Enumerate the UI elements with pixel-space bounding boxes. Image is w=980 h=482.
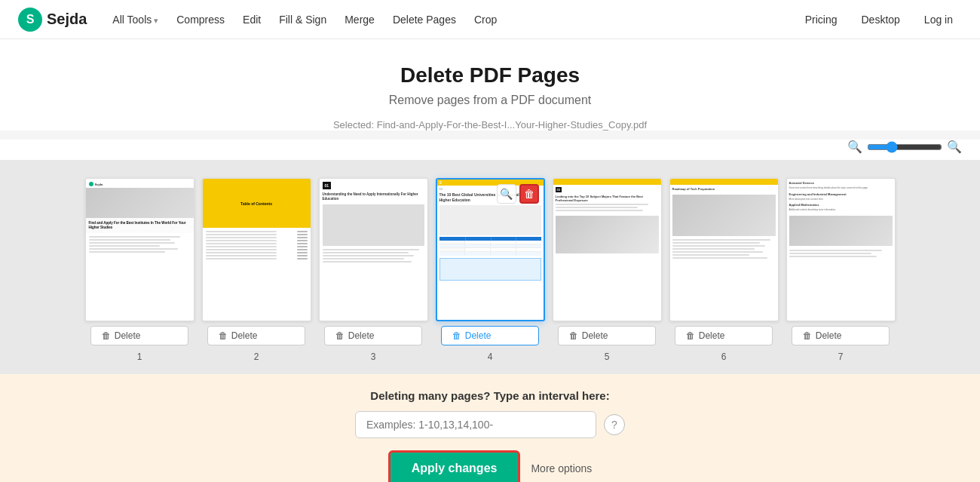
trash-icon-5: 🗑: [569, 330, 578, 341]
nav-crop[interactable]: Crop: [467, 9, 504, 30]
page-subtitle: Remove pages from a PDF document: [18, 94, 962, 107]
logo-name: Sejda: [47, 11, 87, 28]
page-number-6: 6: [721, 352, 727, 362]
zoom-out-icon[interactable]: 🔍: [847, 140, 862, 154]
delete-icon-btn-4[interactable]: 🗑: [519, 184, 539, 204]
navbar: S Sejda All Tools Compress Edit Fill & S…: [0, 0, 980, 39]
page-number-2: 2: [254, 352, 259, 362]
trash-icon-7: 🗑: [803, 330, 812, 341]
nav-login[interactable]: Log in: [915, 9, 962, 30]
selected-filename: Find-and-Apply-For-the-Best-I...Your-Hig…: [377, 119, 647, 130]
delete-btn-6[interactable]: 🗑 Delete: [675, 326, 773, 345]
trash-icon-6: 🗑: [686, 330, 695, 341]
delete-btn-2[interactable]: 🗑 Delete: [207, 326, 306, 345]
nav-pricing[interactable]: Pricing: [796, 9, 847, 30]
zoom-page-btn-4[interactable]: 🔍: [497, 184, 516, 204]
page-hover-controls: 🔍 🗑: [497, 184, 539, 204]
delete-btn-7[interactable]: 🗑 Delete: [792, 326, 890, 345]
page-card-3[interactable]: 01 Understanding the Need to Apply Inter…: [319, 178, 428, 321]
trash-icon-2: 🗑: [219, 330, 228, 341]
trash-icon: 🗑: [102, 330, 111, 341]
page-item-1: Sejda Find and Apply For the Best Instit…: [85, 178, 194, 362]
delete-btn-5[interactable]: 🗑 Delete: [558, 326, 657, 345]
nav-desktop[interactable]: Desktop: [852, 9, 908, 30]
page-card-7[interactable]: Actuarial Science Some text content here…: [786, 178, 896, 321]
nav-right: Pricing Desktop Log in: [796, 9, 962, 30]
delete-btn-1[interactable]: 🗑 Delete: [90, 326, 189, 345]
page-item-4: 🔍 🗑 S 02 The 10 Best Global Universities…: [436, 178, 545, 362]
apply-changes-button[interactable]: Apply changes: [388, 450, 521, 482]
delete-btn-3[interactable]: 🗑 Delete: [324, 326, 423, 345]
nav-edit[interactable]: Edit: [235, 9, 268, 30]
more-options-link[interactable]: More options: [531, 462, 592, 474]
page-item-5: 03 Looking into the Top 10 Subject Major…: [553, 178, 662, 362]
page-number-4: 4: [488, 352, 493, 362]
page-card-2[interactable]: Table of Contents: [202, 178, 311, 321]
logo-icon: S: [18, 8, 42, 32]
page-title: Delete PDF Pages: [18, 63, 962, 87]
page-card-4[interactable]: 🔍 🗑 S 02 The 10 Best Global Universities…: [436, 178, 545, 321]
page-item-6: Roadmap of Tech Preparation 🗑 Delete 6: [669, 178, 779, 362]
trash-icon-4: 🗑: [452, 330, 461, 341]
action-row: Apply changes More options: [18, 450, 962, 482]
zoom-in-icon[interactable]: 🔍: [947, 140, 962, 154]
chevron-down-icon: [154, 14, 158, 26]
zoom-slider[interactable]: [867, 141, 942, 153]
pages-area: Sejda Find and Apply For the Best Instit…: [0, 160, 980, 374]
page-number-3: 3: [371, 352, 376, 362]
page-item-3: 01 Understanding the Need to Apply Inter…: [319, 178, 428, 362]
zoom-control: 🔍 🔍: [0, 140, 980, 160]
trash-icon-3: 🗑: [335, 330, 345, 341]
help-button[interactable]: ?: [604, 414, 625, 435]
bottom-area: Deleting many pages? Type an interval he…: [0, 374, 980, 482]
main-content: Delete PDF Pages Remove pages from a PDF…: [0, 39, 980, 130]
delete-btn-4[interactable]: 🗑 Delete: [441, 326, 540, 345]
interval-label: Deleting many pages? Type an interval he…: [18, 389, 962, 402]
page-item-2: Table of Contents 🗑 Delete: [202, 178, 311, 362]
page-number-7: 7: [838, 352, 844, 362]
logo[interactable]: S Sejda: [18, 8, 87, 32]
nav-fill-sign[interactable]: Fill & Sign: [271, 9, 334, 30]
nav-delete-pages[interactable]: Delete Pages: [385, 9, 464, 30]
page-number-1: 1: [137, 352, 142, 362]
page-card-5[interactable]: 03 Looking into the Top 10 Subject Major…: [553, 178, 662, 321]
interval-row: ?: [18, 411, 962, 438]
page-card-1[interactable]: Sejda Find and Apply For the Best Instit…: [85, 178, 194, 321]
nav-all-tools[interactable]: All Tools: [105, 9, 166, 30]
page-number-5: 5: [605, 352, 610, 362]
nav-compress[interactable]: Compress: [169, 9, 232, 30]
page-item-7: Actuarial Science Some text content here…: [786, 178, 896, 362]
nav-merge[interactable]: Merge: [337, 9, 382, 30]
nav-links: All Tools Compress Edit Fill & Sign Merg…: [105, 9, 795, 30]
page-card-6[interactable]: Roadmap of Tech Preparation: [669, 178, 779, 321]
selected-file: Selected: Find-and-Apply-For-the-Best-I.…: [18, 119, 962, 130]
interval-input[interactable]: [355, 411, 596, 438]
